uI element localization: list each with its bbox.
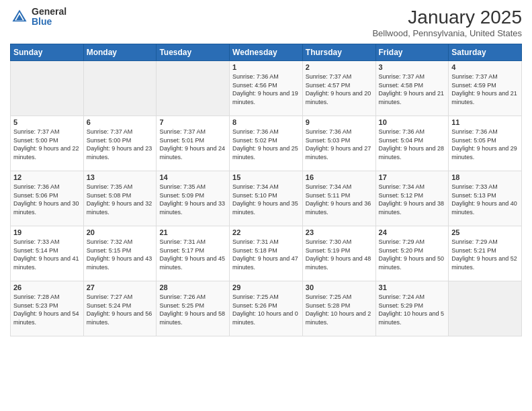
calendar-cell: 16Sunrise: 7:34 AM Sunset: 5:11 PM Dayli… (302, 171, 375, 226)
calendar-cell (157, 61, 230, 116)
day-number: 13 (87, 173, 154, 181)
day-info: Sunrise: 7:31 AM Sunset: 5:18 PM Dayligh… (232, 238, 300, 271)
calendar-cell: 20Sunrise: 7:32 AM Sunset: 5:15 PM Dayli… (83, 226, 157, 281)
calendar-cell: 8Sunrise: 7:36 AM Sunset: 5:02 PM Daylig… (230, 116, 303, 171)
calendar-cell: 31Sunrise: 7:24 AM Sunset: 5:29 PM Dayli… (375, 281, 449, 336)
day-number: 11 (451, 118, 519, 126)
calendar-cell: 6Sunrise: 7:37 AM Sunset: 5:00 PM Daylig… (83, 116, 157, 171)
day-header-friday: Friday (375, 44, 449, 61)
day-number: 25 (451, 228, 519, 236)
calendar-week-1: 1Sunrise: 7:36 AM Sunset: 4:56 PM Daylig… (11, 61, 522, 116)
day-info: Sunrise: 7:36 AM Sunset: 5:03 PM Dayligh… (306, 128, 373, 161)
logo-general: General (32, 7, 66, 17)
day-info: Sunrise: 7:28 AM Sunset: 5:23 PM Dayligh… (13, 293, 81, 326)
calendar-cell: 28Sunrise: 7:26 AM Sunset: 5:25 PM Dayli… (157, 281, 230, 336)
day-info: Sunrise: 7:33 AM Sunset: 5:14 PM Dayligh… (13, 238, 81, 271)
calendar-cell: 9Sunrise: 7:36 AM Sunset: 5:03 PM Daylig… (302, 116, 375, 171)
day-number: 17 (379, 173, 446, 181)
day-header-monday: Monday (83, 44, 157, 61)
calendar-table: SundayMondayTuesdayWednesdayThursdayFrid… (10, 44, 522, 336)
day-number: 5 (13, 118, 81, 126)
day-number: 26 (13, 283, 81, 291)
calendar-week-5: 26Sunrise: 7:28 AM Sunset: 5:23 PM Dayli… (11, 281, 522, 336)
calendar-cell: 7Sunrise: 7:37 AM Sunset: 5:01 PM Daylig… (157, 116, 230, 171)
calendar-cell: 11Sunrise: 7:36 AM Sunset: 5:05 PM Dayli… (449, 116, 522, 171)
logo-text: General Blue (32, 7, 66, 28)
day-info: Sunrise: 7:37 AM Sunset: 5:00 PM Dayligh… (13, 128, 81, 161)
calendar-cell: 23Sunrise: 7:30 AM Sunset: 5:19 PM Dayli… (302, 226, 375, 281)
day-info: Sunrise: 7:25 AM Sunset: 5:26 PM Dayligh… (232, 293, 300, 326)
day-number: 22 (232, 228, 300, 236)
day-number: 8 (232, 118, 300, 126)
day-header-sunday: Sunday (11, 44, 84, 61)
day-number: 21 (159, 228, 226, 236)
calendar-cell (11, 61, 84, 116)
day-info: Sunrise: 7:37 AM Sunset: 5:00 PM Dayligh… (87, 128, 154, 161)
calendar-cell (83, 61, 157, 116)
day-number: 7 (159, 118, 226, 126)
day-info: Sunrise: 7:34 AM Sunset: 5:10 PM Dayligh… (232, 183, 300, 216)
calendar-cell: 22Sunrise: 7:31 AM Sunset: 5:18 PM Dayli… (230, 226, 303, 281)
day-number: 14 (159, 173, 226, 181)
day-info: Sunrise: 7:37 AM Sunset: 4:57 PM Dayligh… (306, 73, 373, 106)
day-info: Sunrise: 7:33 AM Sunset: 5:13 PM Dayligh… (451, 183, 519, 216)
month-title: January 2025 (372, 7, 522, 28)
calendar-cell: 13Sunrise: 7:35 AM Sunset: 5:08 PM Dayli… (83, 171, 157, 226)
calendar-cell: 19Sunrise: 7:33 AM Sunset: 5:14 PM Dayli… (11, 226, 84, 281)
calendar-week-2: 5Sunrise: 7:37 AM Sunset: 5:00 PM Daylig… (11, 116, 522, 171)
day-info: Sunrise: 7:37 AM Sunset: 4:59 PM Dayligh… (451, 73, 519, 106)
day-number: 29 (232, 283, 300, 291)
calendar-cell: 10Sunrise: 7:36 AM Sunset: 5:04 PM Dayli… (375, 116, 449, 171)
calendar-cell: 5Sunrise: 7:37 AM Sunset: 5:00 PM Daylig… (11, 116, 84, 171)
day-number: 23 (306, 228, 373, 236)
day-info: Sunrise: 7:32 AM Sunset: 5:15 PM Dayligh… (87, 238, 154, 271)
day-number: 24 (379, 228, 446, 236)
day-header-wednesday: Wednesday (230, 44, 303, 61)
calendar-cell: 29Sunrise: 7:25 AM Sunset: 5:26 PM Dayli… (230, 281, 303, 336)
calendar-cell: 25Sunrise: 7:29 AM Sunset: 5:21 PM Dayli… (449, 226, 522, 281)
calendar-week-4: 19Sunrise: 7:33 AM Sunset: 5:14 PM Dayli… (11, 226, 522, 281)
day-header-saturday: Saturday (449, 44, 522, 61)
day-info: Sunrise: 7:31 AM Sunset: 5:17 PM Dayligh… (159, 238, 226, 271)
day-info: Sunrise: 7:36 AM Sunset: 5:05 PM Dayligh… (451, 128, 519, 161)
day-info: Sunrise: 7:36 AM Sunset: 4:56 PM Dayligh… (232, 73, 300, 106)
calendar-cell: 26Sunrise: 7:28 AM Sunset: 5:23 PM Dayli… (11, 281, 84, 336)
calendar-week-3: 12Sunrise: 7:36 AM Sunset: 5:06 PM Dayli… (11, 171, 522, 226)
day-number: 30 (306, 283, 373, 291)
calendar-cell: 30Sunrise: 7:25 AM Sunset: 5:28 PM Dayli… (302, 281, 375, 336)
calendar-cell: 17Sunrise: 7:34 AM Sunset: 5:12 PM Dayli… (375, 171, 449, 226)
day-info: Sunrise: 7:35 AM Sunset: 5:09 PM Dayligh… (159, 183, 226, 216)
page-header: General Blue January 2025 Bellwood, Penn… (10, 7, 522, 38)
day-number: 15 (232, 173, 300, 181)
location-text: Bellwood, Pennsylvania, United States (372, 28, 522, 38)
day-info: Sunrise: 7:30 AM Sunset: 5:19 PM Dayligh… (306, 238, 373, 271)
day-info: Sunrise: 7:34 AM Sunset: 5:12 PM Dayligh… (379, 183, 446, 216)
calendar-cell (449, 281, 522, 336)
day-number: 1 (232, 63, 300, 71)
day-number: 9 (306, 118, 373, 126)
calendar-cell: 12Sunrise: 7:36 AM Sunset: 5:06 PM Dayli… (11, 171, 84, 226)
day-info: Sunrise: 7:36 AM Sunset: 5:02 PM Dayligh… (232, 128, 300, 161)
day-info: Sunrise: 7:24 AM Sunset: 5:29 PM Dayligh… (379, 293, 446, 326)
calendar-cell: 15Sunrise: 7:34 AM Sunset: 5:10 PM Dayli… (230, 171, 303, 226)
calendar-cell: 21Sunrise: 7:31 AM Sunset: 5:17 PM Dayli… (157, 226, 230, 281)
day-number: 18 (451, 173, 519, 181)
day-info: Sunrise: 7:34 AM Sunset: 5:11 PM Dayligh… (306, 183, 373, 216)
day-info: Sunrise: 7:29 AM Sunset: 5:20 PM Dayligh… (379, 238, 446, 271)
day-info: Sunrise: 7:26 AM Sunset: 5:25 PM Dayligh… (159, 293, 226, 326)
day-info: Sunrise: 7:37 AM Sunset: 5:01 PM Dayligh… (159, 128, 226, 161)
day-number: 3 (379, 63, 446, 71)
day-number: 12 (13, 173, 81, 181)
calendar-cell: 4Sunrise: 7:37 AM Sunset: 4:59 PM Daylig… (449, 61, 522, 116)
day-number: 27 (87, 283, 154, 291)
day-number: 20 (87, 228, 154, 236)
calendar-cell: 24Sunrise: 7:29 AM Sunset: 5:20 PM Dayli… (375, 226, 449, 281)
calendar-cell: 27Sunrise: 7:27 AM Sunset: 5:24 PM Dayli… (83, 281, 157, 336)
day-info: Sunrise: 7:36 AM Sunset: 5:06 PM Dayligh… (13, 183, 81, 216)
logo-blue-text: Blue (32, 17, 66, 27)
day-number: 16 (306, 173, 373, 181)
day-number: 10 (379, 118, 446, 126)
day-number: 19 (13, 228, 81, 236)
day-info: Sunrise: 7:25 AM Sunset: 5:28 PM Dayligh… (306, 293, 373, 326)
day-number: 6 (87, 118, 154, 126)
